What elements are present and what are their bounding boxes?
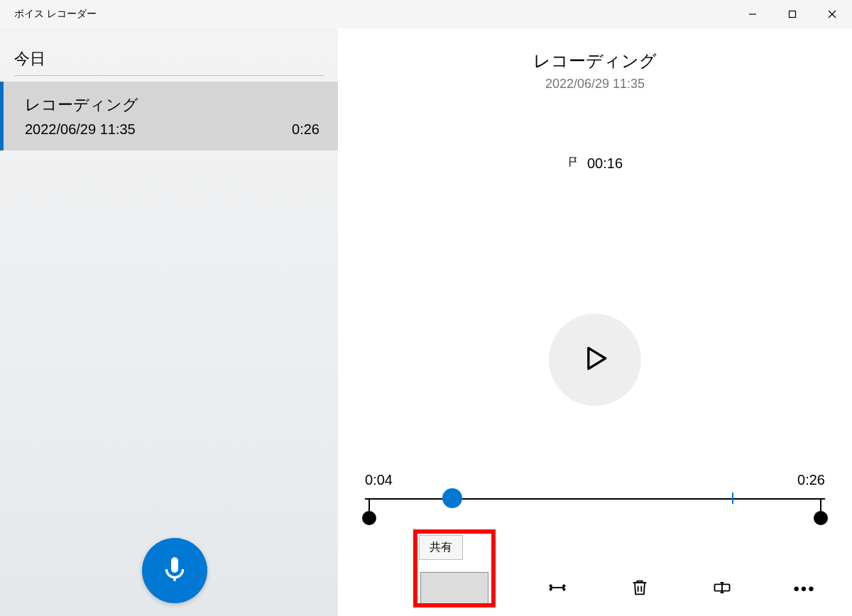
trim-icon bbox=[547, 578, 567, 600]
timeline-marker-tick bbox=[732, 493, 733, 504]
recording-item-row: 2022/06/29 11:35 0:26 bbox=[25, 121, 320, 138]
window-controls bbox=[733, 0, 852, 28]
section-divider bbox=[14, 75, 324, 76]
microphone-icon bbox=[160, 555, 189, 586]
timeline-trim-start-handle[interactable] bbox=[362, 511, 376, 525]
section-header: 今日 bbox=[0, 28, 338, 75]
rename-button[interactable] bbox=[700, 572, 744, 606]
play-icon bbox=[579, 343, 611, 377]
share-tooltip: 共有 bbox=[419, 535, 463, 560]
toolbar: 共有 bbox=[338, 535, 852, 606]
more-button[interactable]: ••• bbox=[782, 572, 826, 606]
main: 今日 レコーディング 2022/06/29 11:35 0:26 レコーディング… bbox=[0, 28, 852, 616]
app-title: ボイス レコーダー bbox=[14, 8, 97, 21]
content-pane: レコーディング 2022/06/29 11:35 00:16 0:04 0:26 bbox=[338, 28, 852, 616]
detail-title: レコーディング bbox=[533, 50, 657, 72]
timeline-playhead[interactable] bbox=[442, 488, 462, 508]
share-button[interactable] bbox=[420, 572, 488, 606]
more-icon: ••• bbox=[793, 581, 815, 598]
marker-time: 00:16 bbox=[587, 155, 623, 172]
maximize-button[interactable] bbox=[772, 0, 812, 28]
minimize-button[interactable] bbox=[733, 0, 772, 28]
recording-item-title: レコーディング bbox=[25, 94, 320, 116]
sidebar: 今日 レコーディング 2022/06/29 11:35 0:26 bbox=[0, 28, 338, 616]
recording-item-duration: 0:26 bbox=[292, 121, 320, 138]
detail-date: 2022/06/29 11:35 bbox=[545, 77, 645, 92]
marker-row: 00:16 bbox=[567, 155, 623, 172]
timeline-labels: 0:04 0:26 bbox=[365, 472, 825, 488]
close-button[interactable] bbox=[812, 0, 852, 28]
play-button[interactable] bbox=[549, 314, 641, 406]
timeline-line bbox=[365, 498, 825, 500]
titlebar: ボイス レコーダー bbox=[0, 0, 852, 28]
recording-list-item[interactable]: レコーディング 2022/06/29 11:35 0:26 bbox=[0, 82, 338, 150]
timeline-trim-end-handle[interactable] bbox=[814, 511, 828, 525]
delete-button[interactable] bbox=[618, 572, 662, 606]
timeline: 0:04 0:26 bbox=[365, 472, 825, 518]
trim-button[interactable] bbox=[535, 572, 579, 606]
trash-icon bbox=[630, 578, 650, 600]
svg-rect-1 bbox=[790, 11, 796, 18]
flag-icon bbox=[567, 155, 580, 172]
recording-item-date: 2022/06/29 11:35 bbox=[25, 121, 136, 138]
share-group: 共有 bbox=[412, 535, 497, 606]
timeline-end-label: 0:26 bbox=[797, 472, 825, 488]
svg-marker-4 bbox=[589, 348, 606, 368]
rename-icon bbox=[712, 578, 732, 600]
timeline-start-label: 0:04 bbox=[365, 472, 393, 488]
record-button[interactable] bbox=[142, 538, 207, 603]
timeline-track[interactable] bbox=[365, 490, 825, 518]
